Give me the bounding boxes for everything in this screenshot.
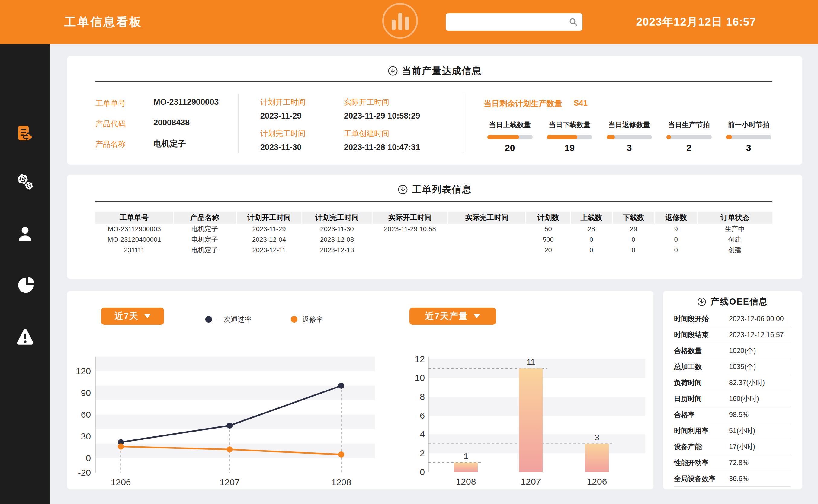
table-cell: 2023-11-30 [302,224,372,234]
table-cell [372,234,448,245]
order-no-label: 工单单号 [95,98,126,108]
pie-chart-icon[interactable] [15,276,35,295]
svg-text:-20: -20 [78,467,91,477]
table-cell [448,224,526,234]
svg-text:120: 120 [76,366,91,376]
sidebar-nav [0,44,50,504]
stat-label: 前一小时节拍 [728,120,769,129]
daily-stat: 当日生产节拍2 [659,120,719,153]
order-table-body: MO-23112900003电机定子2023-11-292023-11-3020… [95,224,772,255]
oee-label: 全局设备效率 [674,471,716,486]
production-card-title: 当前产量达成信息 [67,65,802,77]
search-icon[interactable] [569,17,578,27]
production-info-card: 当前产量达成信息 工单单号 MO-23112900003 产品代码 200084… [67,56,802,165]
oee-value: 1035(个) [729,359,756,375]
actual-start-block: 实际开工时间 2023-11-29 10:58:29 [344,97,423,121]
oee-label: 合格数量 [674,343,702,359]
oee-label: 日历时间 [674,391,702,407]
product-name-label: 产品名称 [95,139,126,149]
product-name-value: 电机定子 [153,138,186,149]
oee-row: 日历时间160(小时) [674,391,791,407]
stat-value: 3 [627,143,632,153]
settings-gears-icon[interactable] [15,172,35,192]
production-card-title-text: 当前产量达成信息 [402,65,482,77]
table-cell: 0 [612,245,655,255]
table-cell: 2023-12-13 [302,245,372,255]
oee-value: 2023-12-12 16:57 [729,327,784,343]
table-cell: 电机定子 [173,234,236,245]
svg-text:1208: 1208 [331,477,351,487]
charts-card: 近7天 一次通过率 返修率 1209060300-20120612071208 … [67,291,654,489]
line-chart-range-dropdown[interactable]: 近7天 [101,308,164,325]
circle-down-arrow-icon [697,297,706,306]
oee-value: 17(小时) [729,439,755,455]
table-cell: 2023-12-08 [302,234,372,245]
vertical-divider [238,94,239,153]
circle-down-arrow-icon [398,184,408,195]
stat-progress-fill [607,135,615,139]
column-header: 工单单号 [95,212,173,224]
table-cell: 0 [570,234,612,245]
stat-progress-bar [726,135,771,139]
daily-stat: 当日返修数量3 [599,120,659,153]
data-point [227,446,233,452]
oee-value: 72.8% [729,455,749,471]
order-created-block: 工单创建时间 2023-11-28 10:47:31 [344,129,423,152]
oee-row: 合格率98.5% [674,407,791,423]
table-cell: 29 [612,224,655,234]
table-cell: 电机定子 [173,224,236,234]
work-order-icon[interactable] [15,124,35,143]
table-cell: 0 [655,245,697,255]
bar-value-label: 1 [464,451,468,461]
stat-value: 19 [565,143,575,153]
stat-label: 当日生产节拍 [668,120,710,129]
search-input[interactable] [446,13,583,31]
oee-label: 时间段开始 [674,311,709,327]
vertical-divider [464,94,464,153]
svg-text:4: 4 [420,429,425,439]
column-header: 计划完工时间 [302,212,372,224]
data-point [338,383,344,389]
oee-label: 负荷时间 [674,375,702,391]
column-header: 返修数 [655,212,697,224]
order-table-head: 工单单号产品名称计划开工时间计划完工时间实际开工时间实际完工时间计划数上线数下线… [95,212,772,224]
oee-value: 1020(个) [729,343,756,359]
app-title: 工单信息看板 [64,14,142,30]
bar-value-label: 3 [595,433,599,442]
remaining-plan-label: 当日剩余计划生产数量 [484,98,562,109]
table-cell: 9 [655,224,697,234]
bar [454,463,478,472]
planned-start-block: 计划开工时间 2023-11-29 [260,97,339,121]
table-cell: 2023-12-11 [236,245,302,255]
remaining-plan-row: 当日剩余计划生产数量 S41 [484,98,588,109]
user-icon[interactable] [15,224,35,244]
table-row: MO-23112900003电机定子2023-11-292023-11-3020… [95,224,772,234]
oee-row: 负荷时间82.37(小时) [674,375,791,391]
table-cell: 0 [655,234,697,245]
order-no-value: MO-23112900003 [153,97,219,107]
search-box [446,13,583,31]
column-header: 计划开工时间 [236,212,302,224]
table-cell: 2023-12-04 [236,234,302,245]
svg-text:6: 6 [420,410,425,420]
oee-value: 36.6% [729,471,749,486]
oee-label: 设备产能 [674,439,702,455]
stat-value: 3 [746,143,751,153]
order-table: 工单单号产品名称计划开工时间计划完工时间实际开工时间实际完工时间计划数上线数下线… [95,212,772,255]
oee-value: 51(小时) [729,423,755,439]
order-list-card: 工单列表信息 工单单号产品名称计划开工时间计划完工时间实际开工时间实际完工时间计… [67,175,802,279]
product-code-label: 产品代码 [95,119,126,129]
oee-label: 时间段结束 [674,327,709,343]
svg-text:1207: 1207 [219,477,240,487]
circle-down-arrow-icon [388,66,398,76]
oee-label: 时间利用率 [674,423,709,439]
bar-chart-range-dropdown[interactable]: 近7天产量 [410,308,496,325]
alert-icon[interactable] [15,327,35,346]
svg-text:0: 0 [420,467,425,477]
table-row: MO-23120400001电机定子2023-12-042023-12-0850… [95,234,772,245]
top-header: 工单信息看板 2023年12月12日 16:57 [0,0,818,44]
column-header: 计划数 [526,212,570,224]
svg-text:1206: 1206 [587,477,607,486]
oee-value: 82.37(小时) [729,375,765,391]
stat-value: 2 [686,143,692,153]
